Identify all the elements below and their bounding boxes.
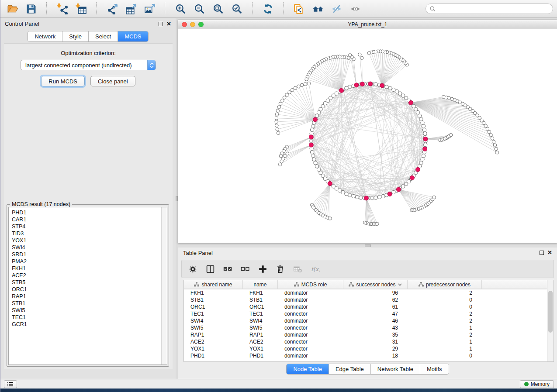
table-x-button[interactable] — [291, 262, 304, 275]
mcds-result-item[interactable]: PHD1 — [12, 209, 161, 216]
zoom-in-button[interactable] — [173, 1, 188, 16]
refresh-button[interactable] — [260, 1, 275, 16]
export-image-button[interactable] — [142, 1, 157, 16]
table-scrollbar[interactable] — [547, 280, 554, 361]
mcds-result-item[interactable]: ORC1 — [12, 286, 161, 293]
zoom-out-icon — [194, 3, 205, 14]
table-panel-title: Table Panel — [183, 250, 213, 256]
graph-nodes[interactable] — [275, 50, 499, 226]
table-row[interactable]: YOX1YOX1connector291 — [184, 345, 547, 352]
column-header-shared-name[interactable]: shared name — [184, 280, 243, 289]
table-row[interactable]: FKH1FKH1dominator962 — [184, 289, 547, 296]
float-panel-icon[interactable] — [159, 22, 163, 26]
columns-icon — [206, 265, 215, 274]
fx-button[interactable]: f(x) — [308, 262, 322, 275]
network-canvas[interactable] — [178, 29, 557, 243]
tab-network-table[interactable]: Network Table — [371, 364, 420, 374]
first-neighbors-button[interactable] — [310, 1, 325, 16]
import-network-button[interactable] — [55, 1, 69, 16]
open-button[interactable] — [5, 1, 20, 16]
mcds-result-item[interactable]: PMA2 — [12, 258, 161, 265]
cell-successor_nodes: 29 — [343, 345, 408, 352]
table-row[interactable]: RAP1RAP1dominator352 — [184, 331, 547, 338]
horizontal-splitter-grip[interactable] — [365, 244, 371, 247]
network-window-titlebar[interactable]: YPA_prune.txt_1 — [178, 20, 557, 29]
column-header-predecessor-nodes[interactable]: predecessor nodes — [408, 280, 482, 289]
network-graph[interactable] — [178, 29, 557, 242]
export-table-button[interactable] — [123, 1, 138, 16]
memory-button[interactable]: Memory — [520, 380, 554, 388]
mcds-result-item[interactable]: TID3 — [12, 230, 161, 237]
mcds-result-item[interactable]: SWI4 — [12, 244, 161, 251]
table-row[interactable]: STB1STB1dominator620 — [184, 296, 547, 303]
column-type-icon — [419, 282, 424, 287]
mcds-result-item[interactable]: SWI5 — [12, 307, 161, 314]
task-history-button[interactable] — [4, 380, 17, 388]
mcds-result-item[interactable]: YOX1 — [12, 237, 161, 244]
show-eye-button[interactable] — [348, 1, 363, 16]
column-header-successor-nodes[interactable]: successor nodes — [343, 280, 408, 289]
cell-name: TEC1 — [243, 310, 278, 317]
mcds-result-item[interactable]: TEC1 — [12, 314, 161, 321]
check-off-button[interactable] — [239, 262, 252, 275]
tab-network[interactable]: Network — [28, 31, 62, 41]
tab-edge-table[interactable]: Edge Table — [329, 364, 371, 374]
trash-button[interactable] — [273, 262, 287, 275]
import-network-icon — [57, 3, 68, 14]
mcds-result-item[interactable]: ACE2 — [12, 272, 161, 279]
table-row[interactable]: TEC1TEC1connector472 — [184, 310, 547, 317]
table-float-icon[interactable] — [540, 251, 544, 255]
mcds-result-title: MCDS result (17 nodes) — [10, 201, 72, 207]
save-button[interactable] — [24, 1, 38, 16]
mcds-result-item[interactable]: STB1 — [12, 300, 161, 307]
optimization-criterion-dropdown[interactable]: largest connected component (undirected) — [21, 60, 156, 70]
gear-button[interactable] — [186, 262, 199, 275]
zoom-fit-button[interactable] — [211, 1, 225, 16]
hide-eye-button[interactable] — [329, 1, 344, 16]
mcds-result-item[interactable]: CAR1 — [12, 216, 161, 223]
tab-motifs[interactable]: Motifs — [420, 364, 449, 374]
export-network-button[interactable] — [104, 1, 119, 16]
table-close-icon[interactable]: ✕ — [547, 251, 552, 255]
tab-style[interactable]: Style — [62, 31, 89, 41]
mcds-result-item[interactable]: GCR1 — [12, 321, 161, 328]
mcds-result-list[interactable]: PHD1CAR1STP4TID3YOX1SWI4SRD1PMA2FKH1ACE2… — [9, 207, 161, 364]
mcds-result-item[interactable]: SRD1 — [12, 251, 161, 258]
table-body: FKH1FKH1dominator962STB1STB1dominator620… — [184, 289, 547, 359]
zoom-selected-button[interactable] — [229, 1, 244, 16]
close-panel-icon[interactable]: ✕ — [166, 22, 171, 26]
table-row[interactable]: SWI5SWI5connector431 — [184, 324, 547, 331]
close-panel-button[interactable]: Close panel — [90, 76, 135, 86]
search-box[interactable] — [426, 3, 553, 14]
cell-shared_name: SWI4 — [184, 317, 243, 324]
run-mcds-button[interactable]: Run MCDS — [41, 76, 85, 86]
columns-button[interactable] — [204, 262, 217, 275]
table-row[interactable]: ORC1ORC1dominator610 — [184, 303, 547, 310]
zoom-out-button[interactable] — [192, 1, 207, 16]
table-row[interactable]: SWI4SWI4dominator462 — [184, 317, 547, 324]
cell-shared_name: TEC1 — [184, 310, 243, 317]
table-row[interactable]: ACE2ACE2connector311 — [184, 338, 547, 345]
table-row[interactable]: PHD1PHD1dominator180 — [184, 352, 547, 359]
tab-select[interactable]: Select — [89, 31, 118, 41]
table-scrollbar-thumb[interactable] — [548, 291, 553, 333]
column-header-MCDS-role[interactable]: MCDS role — [278, 280, 343, 289]
mcds-result-item[interactable]: STB5 — [12, 279, 161, 286]
column-header-name[interactable]: name — [243, 280, 278, 289]
control-panel-body: Optimization criterion: largest connecte… — [4, 43, 173, 369]
mcds-result-item[interactable]: FKH1 — [12, 265, 161, 272]
search-input[interactable] — [438, 6, 549, 12]
add-button[interactable] — [256, 262, 269, 275]
tab-node-table[interactable]: Node Table — [287, 364, 329, 374]
column-label: name — [253, 282, 266, 288]
mcds-result-item[interactable]: STP4 — [12, 223, 161, 230]
clone-network-button[interactable] — [291, 1, 306, 16]
column-label: successor nodes — [356, 282, 395, 288]
tab-mcds[interactable]: MCDS — [118, 31, 148, 41]
toolbar-separator — [283, 2, 284, 15]
cell-name: RAP1 — [243, 331, 278, 338]
mcds-list-scrollbar[interactable] — [161, 207, 167, 364]
import-table-button[interactable] — [73, 1, 88, 16]
mcds-result-item[interactable]: RAP1 — [12, 293, 161, 300]
check-on-button[interactable] — [221, 262, 234, 275]
